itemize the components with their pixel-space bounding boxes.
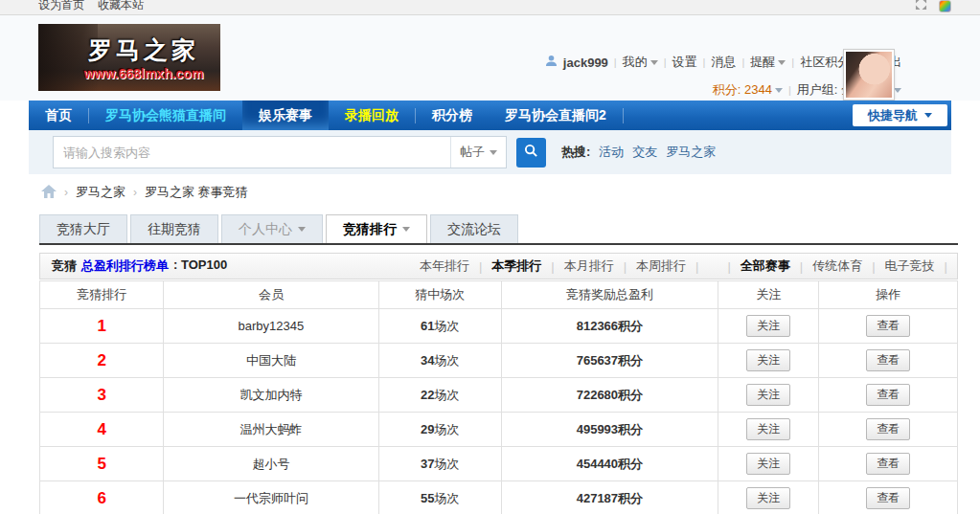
- member-name[interactable]: 凯文加内特: [239, 388, 302, 402]
- search-box: 帖子: [53, 136, 507, 168]
- menu-notifications[interactable]: 提醒: [750, 54, 786, 71]
- home-icon[interactable]: [41, 185, 57, 201]
- ranking-table: 竞猜排行 会员 猜中场次 竞猜奖励总盈利 关注 操作 1 barby12345 …: [39, 280, 958, 514]
- nav-home[interactable]: 首页: [29, 101, 88, 130]
- rank-number: 5: [97, 455, 105, 473]
- nav-panda-live[interactable]: 罗马协会熊猫直播间: [89, 101, 242, 130]
- table-row: 1 barby12345 61场次 812366积分 关注 查看: [40, 309, 958, 344]
- follow-button[interactable]: 关注: [746, 418, 790, 440]
- member-name[interactable]: 一代宗师叶问: [234, 491, 308, 505]
- member-name[interactable]: barby12345: [239, 319, 305, 333]
- nav-score-board[interactable]: 积分榜: [416, 101, 489, 130]
- view-button[interactable]: 查看: [866, 315, 910, 337]
- view-button[interactable]: 查看: [866, 487, 910, 509]
- rank-number: 6: [97, 489, 105, 507]
- nav-entertainment[interactable]: 娱乐赛事: [242, 101, 329, 130]
- hot-link-home[interactable]: 罗马之家: [666, 144, 716, 161]
- member-name[interactable]: 温州大蚂蚱: [239, 422, 302, 436]
- filter-esports[interactable]: 电子竞技: [885, 257, 935, 275]
- section-tabs: 竞猜大厅 往期竞猜 个人中心 竞猜排行 交流论坛: [39, 214, 958, 245]
- rank-filter-bar: 竞猜 总盈利排行榜单 : TOP100 本年排行 | 本季排行 | 本月排行 |…: [39, 253, 958, 279]
- breadcrumb-forum[interactable]: 罗马之家: [76, 184, 125, 201]
- member-name[interactable]: 中国大陆: [246, 353, 296, 368]
- follow-button[interactable]: 关注: [746, 453, 790, 475]
- user-score[interactable]: 积分: 2344: [713, 81, 783, 99]
- rank-number: 2: [97, 351, 105, 369]
- width-toggle-icon[interactable]: [915, 0, 927, 13]
- breadcrumb-current[interactable]: 罗马之家 赛事竞猜: [145, 184, 248, 201]
- table-row: 4 温州大蚂蚱 29场次 495993积分 关注 查看: [40, 413, 958, 447]
- rank-title-highlight: 总盈利排行榜单: [81, 257, 169, 275]
- filter-month[interactable]: 本月排行: [564, 257, 614, 275]
- rank-number: 3: [97, 386, 105, 404]
- table-row: 5 超小号 37场次 454440积分 关注 查看: [40, 447, 958, 481]
- follow-button[interactable]: 关注: [746, 487, 790, 509]
- table-row: 2 中国大陆 34场次 765637积分 关注 查看: [40, 344, 958, 378]
- view-button[interactable]: 查看: [866, 418, 910, 440]
- filter-all-events[interactable]: 全部赛事: [741, 257, 790, 275]
- hot-search-label: 热搜:: [561, 144, 590, 161]
- nav-live2[interactable]: 罗马协会直播间2: [489, 101, 623, 130]
- table-row: 6 一代宗师叶问 55场次 427187积分 关注 查看: [40, 481, 958, 514]
- tab-personal-center[interactable]: 个人中心: [221, 214, 323, 243]
- follow-button[interactable]: 关注: [746, 315, 790, 337]
- menu-mine[interactable]: 我的: [623, 54, 658, 71]
- search-icon: [524, 144, 538, 161]
- tab-past[interactable]: 往期竞猜: [130, 214, 218, 243]
- site-header: 罗马之家 www.668lmxh.com jack999 | 我的 | 设置 |…: [0, 15, 980, 101]
- rank-number: 1: [97, 317, 105, 335]
- quick-nav-button[interactable]: 快捷导航: [853, 104, 947, 126]
- tab-ranking[interactable]: 竞猜排行: [326, 214, 427, 243]
- top-strip: 设为首页 收藏本站: [0, 0, 980, 15]
- rank-title: 竞猜 总盈利排行榜单 : TOP100: [52, 257, 227, 275]
- username-link[interactable]: jack999: [563, 56, 608, 70]
- filter-traditional-sports[interactable]: 传统体育: [812, 257, 862, 275]
- table-row: 3 凯文加内特 22场次 722680积分 关注 查看: [40, 378, 958, 413]
- hot-link-activity[interactable]: 活动: [599, 144, 624, 161]
- rank-number: 4: [97, 420, 105, 438]
- bookmark-site-link[interactable]: 收藏本站: [98, 0, 144, 13]
- search-bar-row: 帖子 热搜: 活动 交友 罗马之家: [29, 130, 951, 174]
- tab-forum[interactable]: 交流论坛: [430, 214, 518, 243]
- search-button[interactable]: [516, 138, 546, 168]
- table-header-row: 竞猜排行 会员 猜中场次 竞猜奖励总盈利 关注 操作: [40, 281, 958, 309]
- user-icon: [545, 55, 558, 70]
- col-games-header: 猜中场次: [378, 281, 501, 309]
- view-button[interactable]: 查看: [866, 384, 910, 406]
- theme-palette-icon[interactable]: [939, 0, 951, 12]
- nav-replay[interactable]: 录播回放: [329, 101, 415, 130]
- site-logo[interactable]: 罗马之家 www.668lmxh.com: [38, 24, 220, 91]
- follow-button[interactable]: 关注: [746, 349, 790, 371]
- col-member-header: 会员: [164, 281, 378, 309]
- main-nav: 首页 罗马协会熊猫直播间 娱乐赛事 录播回放 积分榜 罗马协会直播间2 快捷导航: [29, 101, 951, 130]
- col-follow-header: 关注: [718, 281, 818, 309]
- user-avatar[interactable]: [844, 50, 894, 100]
- logo-title: 罗马之家: [88, 34, 199, 66]
- search-input[interactable]: [54, 145, 450, 160]
- col-rank-header: 竞猜排行: [40, 281, 164, 309]
- col-profit-header: 竞猜奖励总盈利: [501, 281, 718, 309]
- filter-quarter[interactable]: 本季排行: [491, 257, 541, 275]
- set-homepage-link[interactable]: 设为首页: [38, 0, 84, 13]
- col-action-header: 操作: [819, 281, 958, 309]
- view-button[interactable]: 查看: [866, 349, 910, 371]
- member-name[interactable]: 超小号: [252, 457, 289, 471]
- user-panel: jack999 | 我的 | 设置 | 消息 | 提醒 | 社区积分榜 | 退出…: [545, 54, 901, 99]
- tab-lobby[interactable]: 竞猜大厅: [39, 214, 127, 243]
- search-type-dropdown[interactable]: 帖子: [450, 137, 506, 168]
- view-button[interactable]: 查看: [866, 453, 910, 475]
- filter-week[interactable]: 本周排行: [636, 257, 686, 275]
- follow-button[interactable]: 关注: [746, 384, 790, 406]
- breadcrumb: › 罗马之家 › 罗马之家 赛事竞猜: [41, 184, 980, 201]
- hot-link-friends[interactable]: 交友: [632, 144, 657, 161]
- logo-url: www.668lmxh.com: [84, 66, 204, 81]
- filter-year[interactable]: 本年排行: [420, 257, 469, 275]
- menu-messages[interactable]: 消息: [711, 54, 736, 71]
- menu-settings[interactable]: 设置: [672, 54, 697, 71]
